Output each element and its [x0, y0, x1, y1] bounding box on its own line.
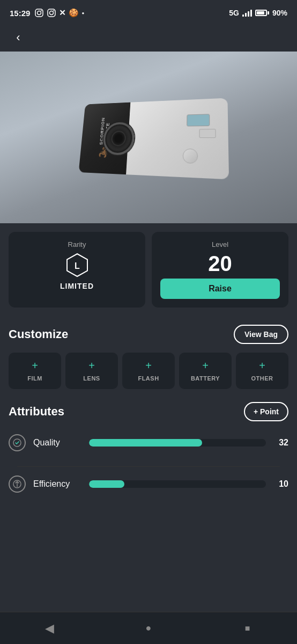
efficiency-bar-container [89, 480, 266, 488]
signal-bar-1 [242, 14, 244, 17]
level-value: 20 [208, 253, 232, 274]
svg-point-5 [53, 10, 54, 11]
film-plus-icon: + [32, 360, 38, 371]
quality-name: Quality [33, 438, 81, 448]
svg-rect-0 [35, 9, 43, 17]
customize-item-film[interactable]: + FILM [9, 353, 61, 389]
svg-point-2 [41, 10, 42, 11]
customize-item-battery[interactable]: + BATTERY [179, 353, 232, 389]
efficiency-name: Efficiency [33, 479, 81, 489]
nav-recent-icon: ■ [245, 624, 250, 633]
x-icon: ✕ [59, 8, 66, 18]
attributes-header: Attributes + Point [9, 402, 288, 421]
quality-icon-svg [12, 438, 22, 448]
quality-icon [9, 434, 26, 451]
hexagon-icon: L [65, 253, 90, 277]
status-bar: 15:29 ✕ 🍪 ● 5G [0, 0, 297, 24]
svg-point-4 [50, 11, 54, 15]
quality-value: 32 [273, 438, 288, 448]
rarity-card: Rarity L LIMITED [9, 232, 145, 308]
level-label: Level [212, 240, 228, 248]
status-icons: ✕ 🍪 ● [34, 8, 84, 18]
signal-bar-2 [245, 13, 247, 17]
back-button[interactable]: ‹ [9, 28, 28, 47]
flash-plus-icon: + [145, 360, 152, 371]
svg-text:L: L [75, 261, 80, 270]
efficiency-bar-fill [89, 480, 124, 488]
bottom-spacer [0, 516, 297, 559]
svg-point-1 [38, 11, 41, 15]
efficiency-icon [9, 475, 26, 493]
point-button[interactable]: + Point [244, 402, 288, 421]
battery-label: BATTERY [191, 375, 220, 382]
battery-percent: 90% [272, 9, 287, 17]
dot-icon: ● [81, 11, 84, 16]
quality-row: Quality 32 [9, 430, 288, 456]
separator-1 [17, 466, 280, 467]
nav-home-icon: ● [146, 623, 152, 634]
customize-header: Customize View Bag [9, 325, 288, 344]
svg-rect-3 [48, 9, 55, 17]
level-card: Level 20 Raise [152, 232, 288, 308]
camera-lens-inner [111, 131, 127, 147]
network-label: 5G [229, 9, 239, 17]
signal-bar-3 [248, 11, 249, 17]
nav-back-button[interactable]: ◀ [38, 617, 61, 640]
efficiency-icon-svg [12, 479, 22, 489]
customize-title: Customize [9, 327, 68, 341]
nav-home-button[interactable]: ● [137, 617, 160, 640]
customize-section: Customize View Bag + FILM + LENS + FLASH… [0, 316, 297, 393]
status-right: 5G 90% [229, 9, 287, 17]
efficiency-row: Efficiency 10 [9, 471, 288, 497]
back-row: ‹ [0, 24, 297, 52]
rarity-value: LIMITED [60, 282, 94, 290]
back-arrow-icon: ‹ [16, 31, 20, 45]
nav-recent-button[interactable]: ■ [236, 617, 259, 640]
quality-bar-fill [89, 439, 202, 447]
hero-area: WHITESCORPION 🦂 [0, 52, 297, 223]
other-plus-icon: + [259, 360, 265, 371]
customize-item-lens[interactable]: + LENS [65, 353, 118, 389]
view-bag-button[interactable]: View Bag [234, 325, 288, 344]
battery-indicator [255, 10, 269, 16]
flash-label: FLASH [138, 375, 159, 382]
instagram-icon-2 [47, 8, 56, 18]
camera-image: WHITESCORPION 🦂 [78, 87, 229, 192]
other-label: OTHER [251, 375, 273, 382]
rarity-label: Rarity [68, 240, 86, 248]
rarity-badge: L [65, 253, 90, 277]
battery-plus-icon: + [202, 360, 209, 371]
signal-bars [242, 9, 252, 17]
attributes-title: Attributes [9, 405, 64, 419]
attributes-section: Attributes + Point Quality 32 Efficiency [0, 393, 297, 516]
quality-bar-container [89, 439, 266, 447]
customize-item-flash[interactable]: + FLASH [122, 353, 175, 389]
status-time: 15:29 [10, 9, 30, 18]
camera-viewfinder [187, 114, 210, 126]
raise-button[interactable]: Raise [160, 279, 280, 299]
nav-back-icon: ◀ [45, 621, 54, 635]
film-label: FILM [27, 375, 42, 382]
customize-item-other[interactable]: + OTHER [236, 353, 288, 389]
lens-plus-icon: + [88, 360, 95, 371]
battery-tip [268, 11, 269, 14]
camera-flash [199, 129, 216, 138]
bottom-nav: ◀ ● ■ [0, 612, 297, 644]
efficiency-value: 10 [273, 479, 288, 489]
battery-fill [257, 11, 264, 14]
cookie-icon: 🍪 [69, 8, 79, 18]
camera-shutter [183, 149, 198, 164]
instagram-icon-1 [34, 8, 44, 18]
customize-items: + FILM + LENS + FLASH + BATTERY + OTHER [9, 353, 288, 389]
lens-label: LENS [83, 375, 100, 382]
info-cards: Rarity L LIMITED Level 20 Raise [0, 223, 297, 316]
signal-bar-4 [250, 10, 252, 17]
